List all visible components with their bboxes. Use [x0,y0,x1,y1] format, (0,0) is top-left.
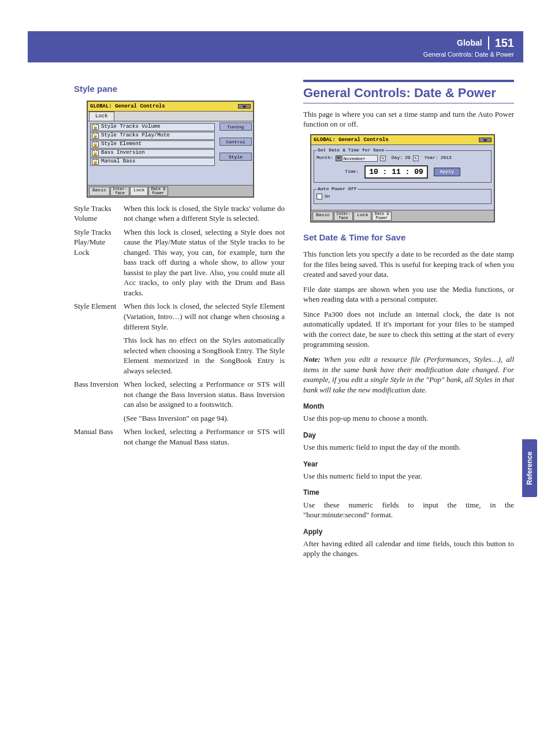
fieldset-auto-power: Auto Power Off On [314,186,492,204]
day-value[interactable]: 20 [405,155,411,161]
definition-text: When this lock is closed, selecting a St… [124,227,285,298]
bottom-tab[interactable]: Lock [130,187,148,196]
lock-item[interactable]: 🔒Style Element [90,140,215,149]
year-label: Year: [425,155,438,161]
device-title: GLOBAL: General Controls [90,103,165,110]
bottom-tab[interactable]: Lock [353,212,371,221]
definition-text: When locked, selecting a Performance or … [124,427,285,447]
day-spin-icon[interactable]: ✎ [413,155,419,161]
definition-label: Style Tracks Play/Mute Lock [74,227,124,302]
month-spin-icon[interactable]: ✎ [380,155,386,161]
note-bold: Note: [303,355,321,364]
definition-text: When locked, selecting a Performance or … [124,379,285,410]
side-category-label[interactable]: Control [219,138,252,146]
body-paragraph: This function lets you specify a date to… [303,249,514,280]
menu-icon[interactable] [238,104,251,109]
bottom-tab[interactable]: Date &Power [148,187,167,196]
year-value[interactable]: 2013 [441,155,452,161]
lock-icon: 🔒 [92,142,99,147]
fieldset-datetime: Set Date & Time for Save Month: November… [314,147,492,183]
section-tab-reference: Reference [522,439,537,497]
field-heading: Apply [303,527,514,536]
lock-item-label: Manual Bass [101,158,135,165]
lock-item[interactable]: 🔓Style Tracks Volume [90,123,215,131]
side-category-label[interactable]: Tuning [219,123,252,131]
definition-label: Style Tracks Volume [74,203,124,227]
heading-style-pane: Style pane [74,83,285,95]
heading-general-controls: General Controls: Date & Power [303,80,514,103]
device-title-2: GLOBAL: General Controls [314,136,389,143]
field-heading: Year [303,459,514,469]
bottom-tab[interactable]: Basic [312,212,333,221]
lock-item-label: Style Element [101,140,142,147]
apply-button[interactable]: Apply [434,168,460,176]
field-heading: Day [303,431,514,440]
month-value[interactable]: November [342,155,378,162]
field-paragraph: Use this pop-up menu to choose a month. [303,413,514,424]
body-paragraph: File date stamps are shown when you use … [303,284,514,305]
screenshot-date-power: GLOBAL: General Controls Set Date & Time… [310,134,495,223]
bottom-tab[interactable]: Basic [89,187,110,196]
body-paragraph: Since Pa300 does not include an internal… [303,309,514,350]
screenshot-lock-pane: GLOBAL: General Controls Lock 🔓Style Tra… [87,101,254,197]
side-category-label[interactable]: Style [219,153,252,161]
field-paragraph: Use this numeric field to input the day … [303,442,514,453]
field-paragraph: Use these numeric fields to input the ti… [303,500,514,520]
heading-set-date-time: Set Date & Time for Save [303,232,514,243]
lock-item-label: Style Tracks Play/Mute [101,132,170,139]
lock-icon: 🔓 [92,150,99,156]
day-label: Day: [392,155,403,161]
page-header: Global 151 General Controls: Date & Powe… [28,31,523,62]
lock-icon: 🔒 [92,159,99,165]
time-value[interactable]: 10 : 11 : 09 [364,165,428,179]
page-number: 151 [488,36,514,50]
lock-icon: 🔓 [92,133,99,139]
time-label: Time: [345,169,359,175]
device-top-tab[interactable]: Lock [89,112,114,120]
field-paragraph: After having edited all calendar and tim… [303,539,514,559]
header-subtitle: General Controls: Date & Power [423,51,514,58]
lock-icon: 🔓 [92,124,99,130]
field-heading: Time [303,488,514,497]
field-heading: Month [303,402,514,411]
lock-item[interactable]: 🔒Manual Bass [90,158,215,166]
legend-set-date: Set Date & Time for Save [317,147,385,154]
definition-label [74,335,124,379]
auto-power-checkbox[interactable] [317,194,322,199]
note-paragraph: Note: When you edit a resource file (Per… [303,354,514,395]
bottom-tab[interactable]: Date &Power [372,212,391,221]
definition-label: Manual Bass [74,427,124,450]
definition-text: When this lock is closed, the Style trac… [124,203,285,224]
lock-item-label: Bass Inversion [101,149,145,156]
lock-item-label: Style Tracks Volume [101,123,161,130]
bottom-tab[interactable]: Inter-face [110,187,129,196]
definition-label [74,413,124,427]
legend-auto-power: Auto Power Off [317,186,358,192]
month-dropdown-icon[interactable] [336,155,341,161]
menu-icon[interactable] [479,138,492,142]
definition-text: (See "Bass Inversion" on page 94). [124,413,285,424]
lock-item[interactable]: 🔓Style Tracks Play/Mute [90,132,215,140]
field-paragraph: Use this numeric field to input the year… [303,471,514,481]
month-label: Month: [317,155,333,161]
definition-text: When this lock is closed, the selected S… [124,301,285,332]
lock-item[interactable]: 🔓Bass Inversion [90,149,215,157]
definition-text: This lock has no effect on the Styles au… [124,335,285,376]
definition-label: Bass Inversion [74,379,124,413]
auto-power-on-label: On [325,194,330,200]
bottom-tab[interactable]: Inter-face [334,212,353,221]
note-text: When you edit a resource file (Performan… [303,355,514,394]
definition-label: Style Element [74,301,124,335]
intro-paragraph: This page is where you can set a time st… [303,109,514,129]
header-section: Global [457,38,482,47]
